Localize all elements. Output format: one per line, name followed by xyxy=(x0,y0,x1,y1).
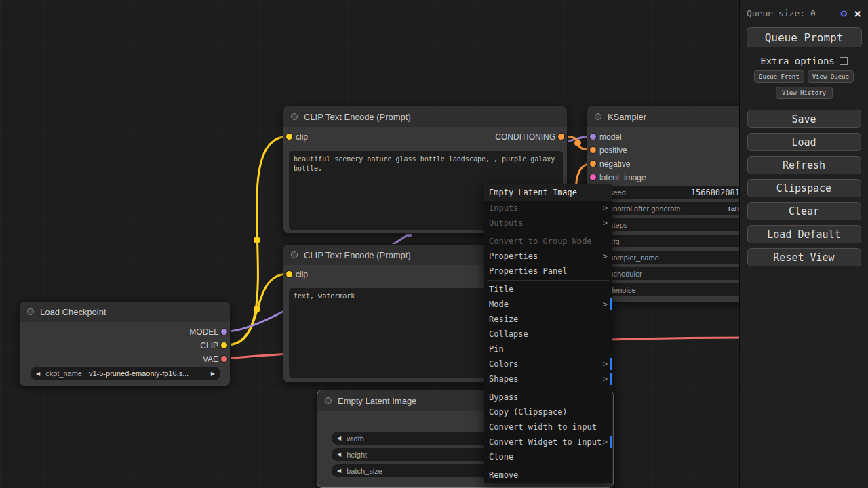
clipspace-button[interactable]: Clipspace xyxy=(747,179,861,197)
menu-item-convert-widget-to-input[interactable]: Convert Widget to Input > xyxy=(484,434,612,449)
node-title: KSampler xyxy=(608,112,646,122)
vae-output-label: VAE xyxy=(203,354,218,364)
menu-item-clone[interactable]: Clone xyxy=(484,449,612,464)
menu-item-bypass[interactable]: Bypass xyxy=(484,390,612,405)
submenu-arrow-icon: > xyxy=(603,201,608,216)
refresh-button[interactable]: Refresh xyxy=(747,156,861,174)
positive-input-slot[interactable] xyxy=(590,147,596,153)
menu-item-resize[interactable]: Resize xyxy=(484,312,612,327)
queue-prompt-button[interactable]: Queue Prompt xyxy=(747,27,862,47)
queue-size-label: Queue size: 0 xyxy=(747,8,816,18)
widget-value: v1-5-pruned-emaonly-fp16.s... xyxy=(89,369,189,378)
submenu-arrow-icon: > xyxy=(603,434,608,449)
menu-item-convert-to-group-node[interactable]: Convert to Group Node xyxy=(484,234,612,249)
menu-item-properties[interactable]: Properties > xyxy=(484,249,612,264)
menu-item-properties-panel[interactable]: Properties Panel xyxy=(484,264,612,279)
menu-item-title[interactable]: Title xyxy=(484,282,612,297)
submenu-arrow-icon: > xyxy=(603,297,608,312)
node-title: CLIP Text Encode (Prompt) xyxy=(304,112,411,122)
decrement-arrow-icon[interactable]: ◀ xyxy=(332,468,347,474)
link-midpoint-dot xyxy=(254,306,260,312)
clear-button[interactable]: Clear xyxy=(747,202,861,220)
model-input-label: model xyxy=(599,132,622,142)
view-queue-button[interactable]: View Queue xyxy=(808,70,854,83)
model-output-slot[interactable] xyxy=(221,329,227,335)
submenu-arrow-icon: > xyxy=(603,216,608,230)
node-title: CLIP Text Encode (Prompt) xyxy=(304,250,411,260)
menu-item-convert-width-to-input[interactable]: Convert width to input xyxy=(484,420,612,434)
menu-item-mode[interactable]: Mode > xyxy=(484,297,612,312)
collapse-dot-icon[interactable] xyxy=(325,397,332,404)
settings-gear-icon[interactable]: ⚙ xyxy=(841,7,848,20)
view-history-button[interactable]: View History xyxy=(776,87,833,99)
node-title: Empty Latent Image xyxy=(338,396,416,406)
comfy-menu-panel: Queue size: 0 ⚙ × Queue Prompt Extra opt… xyxy=(739,0,868,488)
menu-item-colors[interactable]: Colors > xyxy=(484,357,612,371)
prev-value-arrow-icon[interactable]: ◀ xyxy=(31,371,45,377)
negative-input-slot[interactable] xyxy=(590,161,596,167)
latent-input-slot[interactable] xyxy=(590,174,596,180)
clip-output-label: CLIP xyxy=(200,341,218,350)
load-default-button[interactable]: Load Default xyxy=(747,225,861,243)
node-load-checkpoint[interactable]: Load Checkpoint MODEL CLIP VAE ◀ ckpt_na… xyxy=(19,301,231,386)
close-icon[interactable]: × xyxy=(854,6,861,20)
menu-item-collapse[interactable]: Collapse xyxy=(484,327,612,342)
menu-item-shapes[interactable]: Shapes > xyxy=(484,371,612,386)
context-menu-title: Empty Latent Image xyxy=(484,184,612,201)
node-title-bar[interactable]: CLIP Text Encode (Prompt) xyxy=(283,106,567,127)
clip-input-label: clip xyxy=(296,270,308,279)
link-midpoint-dot xyxy=(574,140,581,146)
decrement-arrow-icon[interactable]: ◀ xyxy=(332,435,347,441)
model-output-label: MODEL xyxy=(189,327,218,337)
collapse-dot-icon[interactable] xyxy=(27,308,34,315)
save-button[interactable]: Save xyxy=(747,110,861,128)
submenu-arrow-icon: > xyxy=(603,249,608,264)
model-input-slot[interactable] xyxy=(590,134,596,140)
seed-value: 1566802081 xyxy=(691,188,740,197)
menu-item-remove[interactable]: Remove xyxy=(484,468,612,483)
load-button[interactable]: Load xyxy=(747,133,861,151)
decrement-arrow-icon[interactable]: ◀ xyxy=(332,451,347,458)
extra-options-checkbox[interactable] xyxy=(840,57,848,65)
node-title: Load Checkpoint xyxy=(40,307,106,317)
submenu-arrow-icon: > xyxy=(603,371,608,386)
node-title-bar[interactable]: Load Checkpoint xyxy=(20,302,230,322)
reset-view-button[interactable]: Reset View xyxy=(747,248,861,266)
clip-input-slot[interactable] xyxy=(286,134,292,140)
widget-ckpt-name[interactable]: ◀ ckpt_name v1-5-pruned-emaonly-fp16.s..… xyxy=(31,367,220,380)
menu-item-copy-clipspace[interactable]: Copy (Clipspace) xyxy=(484,405,612,420)
link-midpoint-dot xyxy=(254,237,260,243)
node-context-menu: Empty Latent Image Inputs > Outputs > Co… xyxy=(484,184,612,483)
positive-input-label: positive xyxy=(599,146,627,155)
menu-item-inputs[interactable]: Inputs > xyxy=(484,201,612,216)
queue-front-button[interactable]: Queue Front xyxy=(754,70,804,83)
submenu-arrow-icon: > xyxy=(603,357,608,371)
node-graph-canvas[interactable]: CLIP Text Encode (Prompt) clip CONDITION… xyxy=(0,0,868,488)
extra-options-label: Extra options xyxy=(760,56,835,66)
conditioning-output-label: CONDITIONING xyxy=(495,132,555,142)
menu-item-outputs[interactable]: Outputs > xyxy=(484,216,612,230)
conditioning-output-slot[interactable] xyxy=(558,134,564,140)
latent-input-label: latent_image xyxy=(599,173,646,182)
collapse-dot-icon[interactable] xyxy=(291,113,298,120)
negative-input-label: negative xyxy=(599,159,630,169)
collapse-dot-icon[interactable] xyxy=(291,251,298,258)
clip-input-label: clip xyxy=(296,132,308,142)
widget-label: ckpt_name xyxy=(45,369,82,378)
clip-output-slot[interactable] xyxy=(221,342,227,348)
vae-output-slot[interactable] xyxy=(221,356,227,362)
collapse-dot-icon[interactable] xyxy=(595,113,601,120)
menu-item-pin[interactable]: Pin xyxy=(484,342,612,357)
next-value-arrow-icon[interactable]: ▶ xyxy=(205,371,220,377)
clip-input-slot[interactable] xyxy=(286,271,292,277)
